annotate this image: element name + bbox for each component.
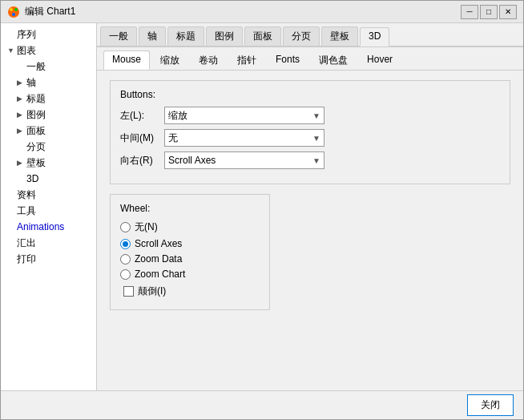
middle-button-select[interactable]: 无 ▼ [164, 129, 324, 147]
tab2-hover[interactable]: Hover [358, 50, 401, 70]
svg-point-2 [14, 8, 18, 11]
wheel-section: Wheel: 无(N) Scroll Axes [110, 194, 270, 310]
sidebar-item-export[interactable]: 汇出 [1, 235, 96, 251]
right-button-select[interactable]: Scroll Axes ▼ [164, 151, 324, 169]
tab2-scroll[interactable]: 卷动 [190, 50, 227, 70]
wheel-zoom-data-row[interactable]: Zoom Data [120, 253, 260, 265]
arrow-legend: ▶ [17, 107, 26, 122]
minimize-button[interactable]: ─ [461, 5, 478, 19]
tab2-color[interactable]: 调色盘 [310, 50, 357, 70]
wheel-none-row[interactable]: 无(N) [120, 220, 260, 234]
sidebar-label-paging: 分页 [26, 139, 46, 154]
sidebar-label-3d: 3D [26, 172, 38, 186]
sidebar-item-paging[interactable]: 分页 [1, 139, 96, 155]
window-close-button[interactable]: ✕ [499, 5, 517, 19]
sidebar-item-animations[interactable]: Animations [1, 219, 96, 235]
radio-zoom-data[interactable] [120, 254, 131, 265]
wheel-zoom-chart-label: Zoom Chart [135, 269, 185, 280]
sidebar-item-wall[interactable]: ▶ 壁板 [1, 155, 96, 171]
sidebar-label-general: 一般 [26, 59, 46, 74]
bottom-bar: 关闭 [1, 390, 523, 419]
window-icon [7, 6, 20, 18]
sidebar-label-tools: 工具 [17, 204, 36, 218]
wheel-scroll-label: Scroll Axes [135, 238, 182, 249]
sidebar-item-axis[interactable]: ▶ 轴 [1, 75, 96, 91]
sidebar: 序列 ▼ 图表 一般 ▶ 轴 ▶ 标题 ▶ 图例 ▶ [1, 23, 97, 390]
window-title: 编辑 Chart1 [25, 5, 461, 18]
right-panel: 一般 轴 标题 图例 面板 分页 壁板 3D Mouse 缩放 卷动 指针 Fo… [97, 23, 523, 390]
wheel-zoom-chart-row[interactable]: Zoom Chart [120, 269, 260, 280]
wheel-none-label: 无(N) [135, 220, 158, 234]
sidebar-item-3d[interactable]: 3D [1, 171, 96, 187]
tab-content: Buttons: 左(L): 缩放 ▼ 中间(M) 无 ▼ [97, 71, 523, 390]
right-button-arrow-icon: ▼ [312, 156, 320, 165]
left-button-arrow-icon: ▼ [312, 111, 320, 120]
middle-button-arrow-icon: ▼ [312, 134, 320, 143]
wheel-reverse-label: 颠倒(I) [138, 285, 166, 298]
tabs-second: Mouse 缩放 卷动 指针 Fonts 调色盘 Hover [97, 47, 523, 71]
left-button-row: 左(L): 缩放 ▼ [120, 107, 500, 124]
right-button-value: Scroll Axes [168, 155, 216, 166]
sidebar-label-animations: Animations [17, 220, 64, 234]
sidebar-label-data: 资料 [17, 188, 36, 202]
close-button[interactable]: 关闭 [467, 394, 514, 416]
arrow-wall: ▶ [17, 155, 26, 170]
arrow-axis: ▶ [17, 75, 26, 90]
sidebar-label-chart: 图表 [17, 43, 36, 58]
sidebar-label-panel: 面板 [26, 123, 46, 138]
middle-button-row: 中间(M) 无 ▼ [120, 129, 500, 147]
arrow-title: ▶ [17, 91, 26, 106]
tab-paging[interactable]: 分页 [283, 26, 320, 46]
wheel-reverse-row[interactable]: 颠倒(I) [120, 285, 260, 298]
title-bar: 编辑 Chart1 ─ □ ✕ [1, 1, 523, 23]
tab-3d[interactable]: 3D [360, 27, 389, 46]
svg-point-3 [12, 13, 15, 16]
right-button-row: 向右(R) Scroll Axes ▼ [120, 151, 500, 169]
main-window: 编辑 Chart1 ─ □ ✕ 序列 ▼ 图表 一般 ▶ 轴 [0, 0, 524, 420]
maximize-button[interactable]: □ [480, 5, 498, 19]
right-button-label: 向右(R) [120, 154, 164, 168]
checkbox-reverse[interactable] [123, 286, 134, 297]
sidebar-label-legend: 图例 [26, 107, 46, 122]
sidebar-item-panel[interactable]: ▶ 面板 [1, 123, 96, 139]
radio-none[interactable] [120, 222, 131, 232]
buttons-title: Buttons: [120, 89, 500, 100]
sidebar-item-sequence[interactable]: 序列 [1, 26, 96, 42]
wheel-zoom-data-label: Zoom Data [135, 253, 182, 265]
tab2-zoom[interactable]: 缩放 [151, 50, 188, 70]
radio-zoom-chart[interactable] [120, 269, 131, 280]
tab-axis[interactable]: 轴 [139, 26, 166, 46]
arrow-panel: ▶ [17, 123, 26, 138]
sidebar-label-wall: 壁板 [26, 155, 46, 170]
tabs-top: 一般 轴 标题 图例 面板 分页 壁板 3D [97, 23, 523, 47]
sidebar-item-general[interactable]: 一般 [1, 59, 96, 75]
tab2-pointer[interactable]: 指针 [228, 50, 265, 70]
left-button-select[interactable]: 缩放 ▼ [164, 107, 324, 124]
sidebar-item-title[interactable]: ▶ 标题 [1, 91, 96, 107]
wheel-scroll-row[interactable]: Scroll Axes [120, 238, 260, 249]
sidebar-label-axis: 轴 [26, 75, 36, 90]
sidebar-label-title: 标题 [26, 91, 46, 106]
sidebar-item-chart[interactable]: ▼ 图表 [1, 42, 96, 59]
sidebar-label-print: 打印 [17, 252, 36, 266]
sidebar-label-export: 汇出 [17, 236, 36, 250]
arrow-chart: ▼ [7, 43, 17, 58]
tab-legend[interactable]: 图例 [206, 26, 243, 46]
tab-wall[interactable]: 壁板 [321, 26, 358, 46]
svg-point-1 [10, 8, 13, 11]
window-controls: ─ □ ✕ [461, 5, 517, 19]
sidebar-item-legend[interactable]: ▶ 图例 [1, 107, 96, 123]
sidebar-item-tools[interactable]: 工具 [1, 203, 96, 219]
tab2-mouse[interactable]: Mouse [103, 50, 150, 70]
radio-scroll-inner [123, 241, 128, 247]
main-content: 序列 ▼ 图表 一般 ▶ 轴 ▶ 标题 ▶ 图例 ▶ [1, 23, 523, 390]
tab2-fonts[interactable]: Fonts [267, 50, 308, 70]
buttons-section: Buttons: 左(L): 缩放 ▼ 中间(M) 无 ▼ [110, 80, 510, 184]
tab-panel[interactable]: 面板 [244, 26, 281, 46]
sidebar-item-print[interactable]: 打印 [1, 251, 96, 267]
wheel-title: Wheel: [120, 203, 260, 214]
radio-scroll[interactable] [120, 239, 131, 249]
tab-general[interactable]: 一般 [100, 26, 137, 46]
sidebar-item-data[interactable]: 资料 [1, 187, 96, 203]
tab-title[interactable]: 标题 [167, 26, 204, 46]
